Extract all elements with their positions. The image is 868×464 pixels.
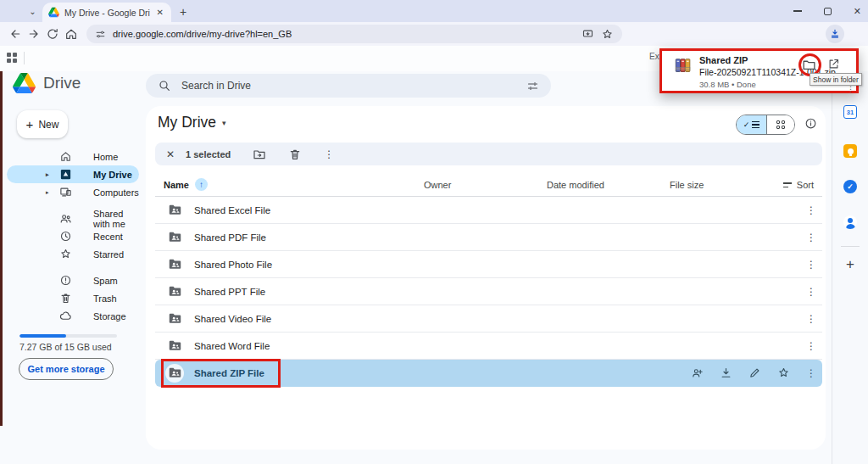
page-title[interactable]: My Drive	[158, 114, 216, 131]
add-apps-icon[interactable]: +	[846, 256, 854, 273]
sidebar-item-recent[interactable]: Recent	[7, 227, 139, 245]
table-row[interactable]: Shared Excel File ⋮	[155, 197, 822, 224]
keep-icon[interactable]	[843, 144, 857, 158]
clear-selection-icon[interactable]: ✕	[166, 148, 175, 160]
column-owner[interactable]: Owner	[424, 180, 451, 190]
site-settings-icon[interactable]	[95, 29, 106, 40]
table-row[interactable]: Shared ZIP File ⋮	[155, 360, 822, 387]
row-more-actions-icon[interactable]: ⋮	[804, 232, 819, 243]
open-file-icon[interactable]	[827, 58, 840, 70]
window-minimize-button[interactable]	[793, 10, 802, 11]
sidebar-item-spam[interactable]: Spam	[7, 271, 139, 289]
shared-folder-icon	[165, 337, 184, 355]
row-more-actions-icon[interactable]: ⋮	[804, 286, 819, 298]
contacts-icon[interactable]	[843, 215, 857, 229]
drive-logo[interactable]: Drive	[13, 73, 81, 93]
send-to-device-icon[interactable]	[581, 28, 594, 41]
table-row[interactable]: Shared PDF File ⋮	[155, 224, 822, 251]
trash-icon[interactable]	[288, 148, 302, 161]
sidebar-item-starred[interactable]: Starred	[7, 245, 139, 263]
row-more-actions-icon[interactable]: ⋮	[804, 340, 819, 352]
download-icon[interactable]	[720, 366, 732, 379]
expand-arrow-icon[interactable]: ▸	[46, 189, 56, 196]
expand-arrow-icon[interactable]: ▸	[46, 171, 56, 178]
file-name[interactable]: Shared Photo File	[194, 260, 272, 270]
row-more-actions-icon[interactable]: ⋮	[804, 367, 819, 379]
sidebar-item-trash[interactable]: Trash	[7, 289, 139, 307]
download-status: 30.8 MB • Done	[699, 80, 756, 89]
rename-pencil-icon[interactable]	[748, 366, 761, 379]
downloads-button[interactable]	[826, 25, 844, 43]
row-more-actions-icon[interactable]: ⋮	[804, 259, 819, 271]
file-name-cell[interactable]: Shared PDF File	[164, 226, 280, 249]
row-more-actions-icon[interactable]: ⋮	[804, 204, 819, 216]
home-icon	[59, 150, 72, 163]
search-input[interactable]: Search in Drive	[146, 74, 551, 98]
column-name[interactable]: Name ↑	[164, 178, 208, 191]
browser-tab[interactable]: My Drive - Google Drive ✕	[42, 3, 171, 22]
bookmark-label-partial[interactable]: Ex	[649, 52, 659, 61]
file-name-cell[interactable]: Shared Video File	[164, 307, 285, 331]
sidebar-item-storage[interactable]: Storage	[7, 307, 139, 325]
tab-search-icon[interactable]: ⌄	[25, 4, 40, 19]
window-close-button[interactable]: ✕	[854, 6, 861, 17]
details-info-icon[interactable]	[804, 117, 817, 130]
show-in-folder-icon[interactable]	[802, 58, 816, 72]
view-toggle[interactable]: ✓	[736, 115, 795, 135]
file-name-cell[interactable]: Shared ZIP File	[164, 361, 278, 385]
file-name-cell[interactable]: Shared Photo File	[164, 253, 286, 277]
sidebar-item-home[interactable]: Home	[7, 148, 139, 165]
column-file-size[interactable]: File size	[670, 180, 704, 190]
sidebar-item-my-drive[interactable]: ▸ My Drive	[7, 165, 139, 183]
bulb-icon	[848, 148, 854, 154]
grid-view-button[interactable]	[767, 115, 794, 134]
file-rows: Shared Excel File ⋮ Shared PDF File ⋮	[155, 197, 822, 387]
file-name[interactable]: Shared Word File	[194, 341, 270, 351]
drive-favicon	[48, 7, 59, 18]
table-row[interactable]: Shared PPT File ⋮	[155, 278, 822, 305]
selection-count: 1 selected	[186, 149, 231, 159]
back-icon[interactable]	[8, 27, 22, 41]
table-row[interactable]: Shared Video File ⋮	[155, 305, 822, 333]
sort-ascending-icon[interactable]: ↑	[195, 178, 208, 191]
star-icon[interactable]	[777, 366, 790, 379]
tasks-icon[interactable]: ✓	[843, 180, 857, 193]
file-name[interactable]: Shared ZIP File	[194, 368, 264, 378]
bookmark-star-icon[interactable]	[601, 28, 614, 41]
file-name-cell[interactable]: Shared Word File	[164, 334, 283, 358]
move-to-folder-icon[interactable]	[253, 148, 266, 161]
file-name[interactable]: Shared PDF File	[194, 232, 266, 243]
sidebar-item-shared-with-me[interactable]: Shared with me	[7, 210, 139, 227]
get-more-storage-button[interactable]: Get more storage	[19, 358, 114, 380]
side-panel-rail: 31 ✓ +	[832, 71, 868, 464]
file-name[interactable]: Shared Excel File	[194, 205, 270, 215]
window-maximize-button[interactable]	[824, 8, 832, 15]
calendar-icon[interactable]: 31	[843, 105, 857, 119]
caret-down-icon[interactable]: ▾	[222, 119, 226, 127]
apps-shortcut-icon[interactable]	[7, 53, 18, 64]
list-view-button[interactable]: ✓	[737, 115, 767, 134]
table-row[interactable]: Shared Photo File ⋮	[155, 251, 822, 278]
search-filters-icon[interactable]	[526, 80, 539, 92]
more-actions-icon[interactable]: ⋮	[324, 148, 334, 160]
column-date-modified[interactable]: Date modified	[547, 180, 604, 190]
reload-icon[interactable]	[46, 27, 59, 41]
row-more-actions-icon[interactable]: ⋮	[804, 313, 819, 325]
new-tab-button[interactable]: +	[180, 5, 186, 19]
file-name[interactable]: Shared Video File	[194, 314, 271, 324]
sidebar-item-computers[interactable]: ▸ Computers	[7, 183, 139, 201]
share-person-add-icon[interactable]	[691, 366, 704, 379]
tab-close-icon[interactable]: ✕	[155, 8, 165, 17]
url-text[interactable]: drive.google.com/drive/my-drive?hl=en_GB	[113, 29, 575, 39]
home-icon[interactable]	[64, 27, 78, 41]
download-more-icon[interactable]: ⋮	[847, 85, 854, 93]
file-name-cell[interactable]: Shared PPT File	[164, 280, 279, 304]
sort-button[interactable]: Sort	[783, 180, 814, 190]
file-name-cell[interactable]: Shared Excel File	[164, 198, 284, 222]
file-name[interactable]: Shared PPT File	[194, 287, 265, 297]
table-row[interactable]: Shared Word File ⋮	[155, 333, 822, 360]
forward-icon[interactable]	[27, 27, 41, 41]
new-button[interactable]: + New	[17, 110, 68, 138]
download-popup[interactable]: Shared ZIP File-20250921T110341Z-1-001.z…	[659, 48, 859, 93]
address-bar[interactable]: drive.google.com/drive/my-drive?hl=en_GB	[86, 25, 622, 43]
